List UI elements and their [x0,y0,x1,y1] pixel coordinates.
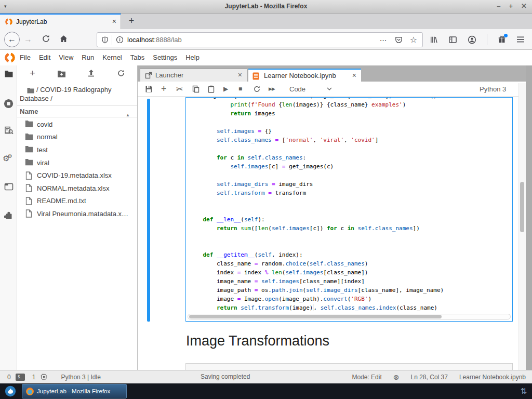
hamburger-menu-icon[interactable] [516,36,525,43]
save-button[interactable] [145,82,153,96]
url-text[interactable]: localhost:8888/lab [127,36,380,44]
bell-off-icon[interactable]: ⊗ [393,373,400,381]
applications-menu-button[interactable] [0,383,21,399]
settings-gears-icon[interactable]: ⚙⚙ [0,154,17,163]
tab-learner-notebook[interactable]: Learner Notebook.ipynb × [248,69,361,82]
file-item[interactable]: Viral Pneumonia.matadata.x… [17,207,137,220]
active-cell-collapser[interactable] [147,99,150,322]
tracking-shield-icon[interactable] [101,36,109,44]
file-list-header[interactable]: Name ▲ [17,105,137,117]
menu-item-settings[interactable]: Settings [149,50,181,65]
cut-cells-button[interactable]: ✂ [176,82,183,96]
terminal-count[interactable]: 0 [7,374,11,381]
menu-item-run[interactable]: Run [77,50,98,65]
copy-cells-button[interactable] [192,82,200,96]
file-item[interactable]: viral [17,156,137,169]
tab-label: Learner Notebook.ipynb [264,72,336,79]
tab-close-icon[interactable]: × [112,17,116,25]
maximize-button[interactable]: + [509,2,513,10]
kernel-count[interactable]: 1 [32,374,36,381]
tab-launcher[interactable]: Launcher × [140,69,247,82]
file-item[interactable]: README.md.txt [17,195,137,208]
account-icon[interactable] [468,35,476,44]
file-item[interactable]: test [17,143,137,156]
code-line: print(f'Found {len(images)} {class_name}… [189,100,511,109]
file-item[interactable]: normal [17,131,137,144]
next-cell-partial[interactable] [185,363,513,370]
file-list: covidnormaltestviralCOVID-19.metadata.xl… [17,118,137,220]
home-folder-icon[interactable] [27,87,34,94]
browser-tab-jupyterlab[interactable]: JupyterLab × [0,14,121,29]
code-line: self.image_dirs = image_dirs [189,180,511,189]
taskbar-window-button[interactable]: JupyterLab - Mozilla Firefox [22,384,127,398]
stop-button[interactable]: ■ [238,82,242,96]
library-icon[interactable] [429,35,438,44]
name-column-header[interactable]: Name [20,108,38,115]
folder-icon [25,133,33,141]
menu-item-view[interactable]: View [55,50,77,65]
pocket-icon[interactable] [395,36,403,44]
dropdown-caret-icon[interactable] [327,82,332,96]
cursor-position: Ln 28, Col 37 [411,374,448,381]
workspace-switcher-icon[interactable]: ⇅ [520,387,527,396]
home-icon[interactable] [59,34,69,44]
code-line: for c in self.class_names: [189,153,511,162]
run-all-button[interactable]: ▶▶ [269,82,275,96]
file-browser-icon[interactable] [0,70,17,78]
refresh-button[interactable] [117,69,125,77]
status-message: Saving completed [201,373,250,380]
minimize-button[interactable]: – [497,2,500,10]
new-launcher-button[interactable]: + [30,69,35,77]
upload-button[interactable] [87,69,95,77]
bookmark-star-icon[interactable]: ☆ [410,35,417,45]
code-line [189,171,511,180]
notification-dot [504,34,508,37]
page-edge-scrollbar[interactable] [526,65,532,370]
kernel-status-text[interactable]: Python 3 | Idle [61,374,101,381]
site-info-icon[interactable] [116,36,124,44]
extension-manager-icon[interactable] [0,211,17,220]
url-bar[interactable]: localhost:8888/lab ⋯ ☆ [97,32,423,47]
file-item[interactable]: NORMAL.metadata.xlsx [17,182,137,195]
page-actions-icon[interactable]: ⋯ [380,36,388,44]
firefox-icon [26,388,34,395]
menu-item-tabs[interactable]: Tabs [126,50,149,65]
tab-close-icon[interactable]: × [352,71,356,79]
sidebars-icon[interactable] [448,35,457,44]
run-button[interactable]: ▶ [223,82,228,96]
cell-type-dropdown[interactable]: Code [289,82,305,96]
cell-horizontal-scrollbar[interactable] [188,314,511,320]
menu-item-file[interactable]: File [16,50,35,65]
code-line: image_name = self.images[class_name][ind… [189,277,511,286]
kernel-name[interactable]: Python 3 [480,82,506,96]
notebook-icon [252,72,259,80]
whats-new-gift-icon[interactable] [498,35,506,44]
menu-item-kernel[interactable]: Kernel [98,50,126,65]
file-name: viral [37,159,49,167]
add-cell-button[interactable]: + [161,82,167,96]
reload-icon[interactable] [42,34,51,44]
paste-cells-button[interactable] [208,82,215,96]
new-tab-button[interactable]: + [125,15,138,28]
forward-button[interactable]: → [24,35,32,44]
open-tabs-icon[interactable] [0,183,17,191]
file-item[interactable]: COVID-19.metadata.xlsx [17,169,137,182]
menu-item-help[interactable]: Help [181,50,204,65]
file-item[interactable]: covid [17,118,137,131]
breadcrumb[interactable]: / COVID-19 Radiography Database / [17,85,126,103]
close-button[interactable]: ✕ [521,2,527,10]
code-line: self.class_names = ['normal', 'viral', '… [189,136,511,144]
hscrollbar-thumb[interactable] [189,315,442,318]
code-line: return sum([len(self.images[c]) for c in… [189,224,511,233]
inspector-icon[interactable] [0,126,17,135]
file-icon [25,197,33,205]
code-line [189,242,511,250]
menu-item-edit[interactable]: Edit [35,50,55,65]
running-kernels-icon[interactable] [0,99,17,109]
code-cell-editor[interactable]: images = [x for x in os.listdir(image_di… [185,97,513,322]
back-button[interactable]: ← [4,32,20,47]
new-folder-button[interactable] [57,70,66,77]
vscrollbar-thumb[interactable] [520,182,524,232]
tab-close-icon[interactable]: × [238,71,242,79]
restart-kernel-button[interactable] [253,82,261,96]
